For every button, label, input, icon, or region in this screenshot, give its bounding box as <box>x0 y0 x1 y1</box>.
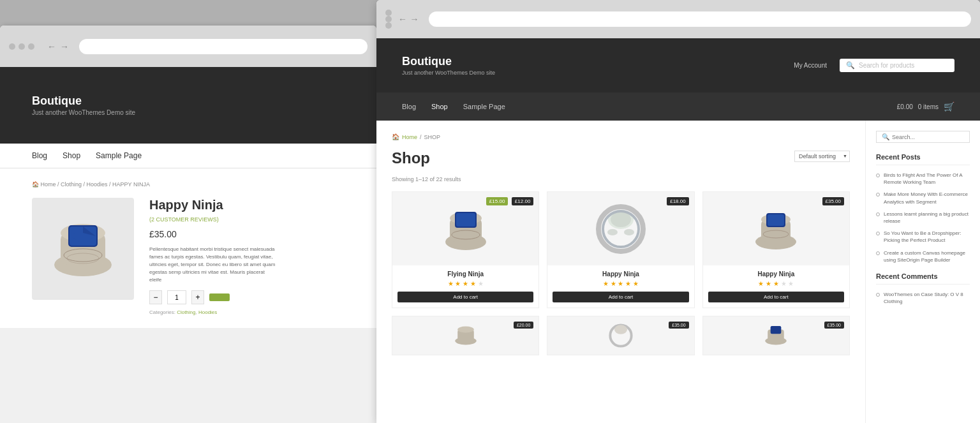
add-to-cart-happy-ninja-2[interactable]: Add to cart <box>708 292 844 302</box>
sort-select-wrap[interactable]: Default sorting <box>794 149 850 162</box>
back-nav-shop[interactable]: Shop <box>63 151 80 160</box>
star-4: ★ <box>625 280 631 287</box>
product-card-row2-2[interactable]: £35.00 <box>547 316 694 355</box>
front-search-bar[interactable]: 🔍 Search for products <box>840 59 954 72</box>
front-browser-window: ← → Boutique Just another WooThemes Demo… <box>376 0 980 423</box>
qty-minus-button[interactable]: − <box>149 290 162 304</box>
sidebar-search-bar[interactable]: 🔍 <box>876 131 970 143</box>
product-info-happy-ninja-2: Happy Ninja ★ ★ ★ ★ ★ Add to cart <box>703 265 849 308</box>
star-5-empty: ★ <box>478 280 484 287</box>
back-site-header: Boutique Just another WooThemes Demo sit… <box>0 67 376 144</box>
svg-point-29 <box>457 327 474 333</box>
sidebar-search-input[interactable] <box>892 134 964 140</box>
star-1: ★ <box>758 280 764 287</box>
front-nav-sample[interactable]: Sample Page <box>463 103 505 110</box>
product-old-price-badge-1: £15.00 <box>486 197 508 205</box>
category-hoodies-link[interactable]: Hoodies <box>198 309 217 315</box>
front-minimize-dot <box>385 16 392 22</box>
breadcrumb-sep: / <box>420 134 422 140</box>
front-site-header: Boutique Just another WooThemes Demo sit… <box>376 38 980 93</box>
product-card-flying-ninja[interactable]: £15.00 £12.00 Flying Ninja <box>392 191 539 308</box>
product-price-badge-r2-3: £35.00 <box>824 322 844 329</box>
back-nav-blog[interactable]: Blog <box>32 151 47 160</box>
front-forward-arrow-icon[interactable]: → <box>410 14 419 24</box>
sidebar-post-text-2[interactable]: Make More Money With E-commerce Analytic… <box>884 191 970 205</box>
product-price-badge-r2-2: £35.00 <box>669 322 688 329</box>
back-window-controls <box>9 43 34 50</box>
star-4-empty: ★ <box>781 280 787 287</box>
sidebar-post-text-4[interactable]: So You Want to Be a Dropshipper: Picking… <box>884 230 970 244</box>
star-4: ★ <box>470 280 476 287</box>
close-dot <box>9 43 15 50</box>
category-clothing-link[interactable]: Clothing <box>177 309 195 315</box>
back-product-reviews[interactable]: (2 CUSTOMER REVIEWS) <box>149 216 345 223</box>
product-card-happy-ninja-2[interactable]: £35.00 Happy Ninja ★ <box>702 191 850 308</box>
back-categories: Categories: Clothing, Hoodies <box>149 309 345 315</box>
product-card-happy-ninja-1[interactable]: £18.00 Happy Ninja ★ <box>547 191 694 308</box>
breadcrumb-current: SHOP <box>424 134 441 140</box>
happy-ninja-ring-svg-1 <box>592 200 650 258</box>
forward-arrow-icon[interactable]: → <box>60 42 69 51</box>
sidebar-post-text-5[interactable]: Create a custom Canvas homepage using Si… <box>884 249 970 263</box>
sort-select[interactable]: Default sorting <box>794 151 850 162</box>
sidebar-comment-dot-1 <box>876 293 880 297</box>
qty-input[interactable] <box>167 290 186 304</box>
product-price-badge-3: £35.00 <box>822 197 844 205</box>
front-url-bar[interactable] <box>429 11 971 27</box>
sidebar-post-3: Lessons learnt planning a big product re… <box>876 211 970 225</box>
back-breadcrumb: 🏠 Home / Clothing / Hoodies / HAPPY NINJ… <box>32 181 345 188</box>
product-image-happy-ninja-2: £35.00 <box>703 192 849 265</box>
recent-posts-title: Recent Posts <box>876 153 970 165</box>
sidebar-post-2: Make More Money With E-commerce Analytic… <box>876 191 970 205</box>
product-stars-flying-ninja: ★ ★ ★ ★ ★ <box>397 280 533 287</box>
front-nav-cart[interactable]: £0.00 0 items 🛒 <box>897 101 954 112</box>
sidebar-comment-text-1[interactable]: WooThemes on Case Study: O V 8 Clothing <box>884 291 970 305</box>
back-product-image <box>32 198 134 300</box>
add-to-cart-happy-ninja-1[interactable]: Add to cart <box>553 292 688 302</box>
back-url-bar[interactable] <box>79 39 368 54</box>
back-browser-window: ← → Boutique Just another WooThemes Demo… <box>0 26 376 423</box>
front-close-dot <box>385 10 392 16</box>
add-to-cart-button-back[interactable] <box>209 293 230 301</box>
front-nav-blog[interactable]: Blog <box>402 103 416 110</box>
svg-rect-13 <box>456 213 475 226</box>
sidebar-post-text-3[interactable]: Lessons learnt planning a big product re… <box>884 211 970 225</box>
back-arrow-icon[interactable]: ← <box>47 42 56 51</box>
svg-rect-34 <box>771 326 782 334</box>
sidebar-post-text-1[interactable]: Birds to Flight And The Power Of A Remot… <box>884 172 970 186</box>
product-price-badge-1: £12.00 <box>512 197 533 205</box>
breadcrumb-home-link[interactable]: Home <box>402 134 417 140</box>
back-product-info: Happy Ninja (2 CUSTOMER REVIEWS) £35.00 … <box>149 198 345 315</box>
front-nav-links: Blog Shop Sample Page <box>402 103 505 110</box>
front-window-controls <box>385 10 392 29</box>
front-back-arrow-icon[interactable]: ← <box>398 14 407 24</box>
svg-point-17 <box>611 212 631 227</box>
my-account-link[interactable]: My Account <box>794 62 827 69</box>
product-image-row2-3: £35.00 <box>703 316 849 355</box>
add-to-cart-flying-ninja[interactable]: Add to cart <box>397 292 533 302</box>
front-nav-shop[interactable]: Shop <box>431 103 448 110</box>
back-nav-sample[interactable]: Sample Page <box>96 151 142 160</box>
search-icon: 🔍 <box>846 61 855 70</box>
front-sidebar: 🔍 Recent Posts Birds to Flight And The P… <box>865 121 980 423</box>
front-main-content: 🏠 Home / SHOP Shop Default sorting Showi… <box>376 121 980 423</box>
product-info-happy-ninja-1: Happy Ninja ★ ★ ★ ★ ★ Add to cart <box>547 265 694 308</box>
svg-point-19 <box>607 229 618 235</box>
back-ring-svg <box>41 207 124 290</box>
ring-svg-r2-1 <box>450 320 482 352</box>
product-info-flying-ninja: Flying Ninja ★ ★ ★ ★ ★ Add to cart <box>392 265 538 308</box>
product-card-row2-3[interactable]: £35.00 <box>702 316 850 355</box>
front-shop-content: 🏠 Home / SHOP Shop Default sorting Showi… <box>376 121 865 423</box>
back-breadcrumb-home-icon: 🏠 <box>32 181 39 188</box>
qty-plus-button[interactable]: + <box>191 290 204 304</box>
back-nav-arrows: ← → <box>47 42 69 51</box>
back-logo-sub: Just another WooThemes Demo site <box>32 109 135 116</box>
svg-point-31 <box>614 325 627 334</box>
sidebar-post-4: So You Want to Be a Dropshipper: Picking… <box>876 230 970 244</box>
star-2: ★ <box>611 280 616 287</box>
products-grid: £15.00 £12.00 Flying Ninja <box>392 191 850 355</box>
front-nav-arrows: ← → <box>398 13 419 25</box>
product-card-row2-1[interactable]: £20.00 <box>392 316 539 355</box>
sidebar-post-dot-1 <box>876 174 880 177</box>
svg-rect-25 <box>768 214 784 226</box>
